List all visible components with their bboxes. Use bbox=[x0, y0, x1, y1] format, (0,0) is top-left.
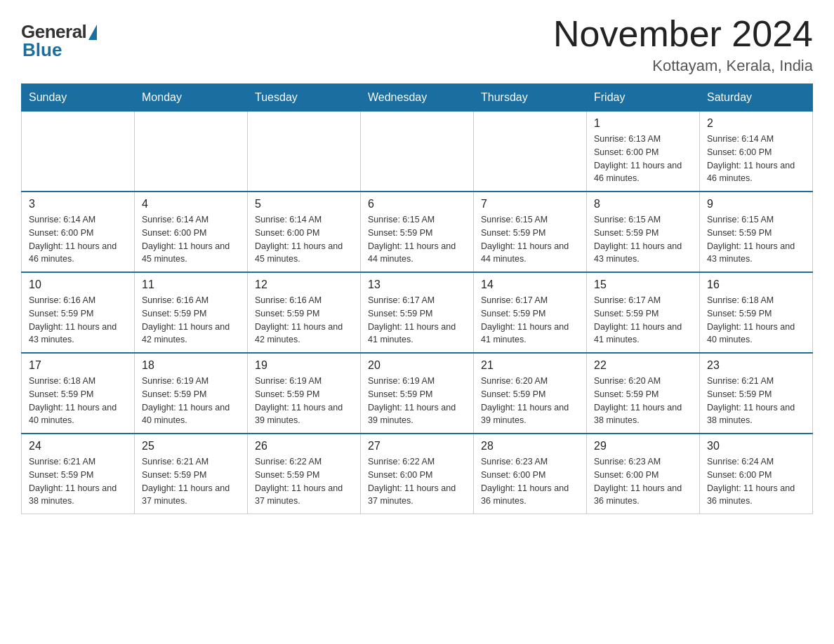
calendar-subtitle: Kottayam, Kerala, India bbox=[553, 57, 813, 75]
day-info: Sunrise: 6:17 AMSunset: 5:59 PMDaylight:… bbox=[481, 294, 579, 347]
day-info: Sunrise: 6:16 AMSunset: 5:59 PMDaylight:… bbox=[29, 294, 127, 347]
day-number: 4 bbox=[142, 198, 240, 210]
day-number: 2 bbox=[707, 117, 805, 130]
calendar-cell bbox=[22, 112, 135, 192]
day-number: 18 bbox=[142, 359, 240, 372]
day-info: Sunrise: 6:18 AMSunset: 5:59 PMDaylight:… bbox=[29, 375, 127, 427]
calendar-cell: 23Sunrise: 6:21 AMSunset: 5:59 PMDayligh… bbox=[700, 353, 813, 434]
calendar-cell: 16Sunrise: 6:18 AMSunset: 5:59 PMDayligh… bbox=[700, 272, 813, 353]
calendar-cell: 11Sunrise: 6:16 AMSunset: 5:59 PMDayligh… bbox=[135, 272, 248, 353]
day-number: 12 bbox=[255, 279, 353, 291]
logo-triangle-icon bbox=[88, 25, 97, 40]
calendar-cell: 1Sunrise: 6:13 AMSunset: 6:00 PMDaylight… bbox=[587, 112, 700, 192]
calendar-cell: 25Sunrise: 6:21 AMSunset: 5:59 PMDayligh… bbox=[135, 434, 248, 514]
calendar-cell: 2Sunrise: 6:14 AMSunset: 6:00 PMDaylight… bbox=[700, 112, 813, 192]
header-wednesday: Wednesday bbox=[361, 84, 474, 112]
day-info: Sunrise: 6:15 AMSunset: 5:59 PMDaylight:… bbox=[707, 213, 805, 266]
calendar-cell: 7Sunrise: 6:15 AMSunset: 5:59 PMDaylight… bbox=[474, 192, 587, 272]
day-number: 28 bbox=[481, 440, 579, 452]
day-number: 11 bbox=[142, 279, 240, 291]
calendar-cell bbox=[474, 112, 587, 192]
calendar-cell: 12Sunrise: 6:16 AMSunset: 5:59 PMDayligh… bbox=[248, 272, 361, 353]
header-thursday: Thursday bbox=[474, 84, 587, 112]
calendar-cell: 29Sunrise: 6:23 AMSunset: 6:00 PMDayligh… bbox=[587, 434, 700, 514]
week-row-4: 17Sunrise: 6:18 AMSunset: 5:59 PMDayligh… bbox=[22, 353, 813, 434]
day-number: 16 bbox=[707, 279, 805, 291]
logo: General Blue bbox=[21, 21, 97, 61]
calendar-cell: 19Sunrise: 6:19 AMSunset: 5:59 PMDayligh… bbox=[248, 353, 361, 434]
calendar-cell: 9Sunrise: 6:15 AMSunset: 5:59 PMDaylight… bbox=[700, 192, 813, 272]
week-row-3: 10Sunrise: 6:16 AMSunset: 5:59 PMDayligh… bbox=[22, 272, 813, 353]
calendar-cell: 18Sunrise: 6:19 AMSunset: 5:59 PMDayligh… bbox=[135, 353, 248, 434]
day-info: Sunrise: 6:20 AMSunset: 5:59 PMDaylight:… bbox=[481, 375, 579, 427]
calendar-cell: 15Sunrise: 6:17 AMSunset: 5:59 PMDayligh… bbox=[587, 272, 700, 353]
day-info: Sunrise: 6:24 AMSunset: 6:00 PMDaylight:… bbox=[707, 455, 805, 508]
weekday-header-row: Sunday Monday Tuesday Wednesday Thursday… bbox=[22, 84, 813, 112]
calendar-cell: 14Sunrise: 6:17 AMSunset: 5:59 PMDayligh… bbox=[474, 272, 587, 353]
day-number: 3 bbox=[29, 198, 127, 210]
calendar-cell: 22Sunrise: 6:20 AMSunset: 5:59 PMDayligh… bbox=[587, 353, 700, 434]
day-info: Sunrise: 6:18 AMSunset: 5:59 PMDaylight:… bbox=[707, 294, 805, 347]
title-area: November 2024 Kottayam, Kerala, India bbox=[553, 14, 813, 75]
calendar-cell: 21Sunrise: 6:20 AMSunset: 5:59 PMDayligh… bbox=[474, 353, 587, 434]
day-info: Sunrise: 6:15 AMSunset: 5:59 PMDaylight:… bbox=[594, 213, 692, 266]
day-number: 7 bbox=[481, 198, 579, 210]
day-number: 23 bbox=[707, 359, 805, 372]
calendar-cell bbox=[361, 112, 474, 192]
calendar-cell: 30Sunrise: 6:24 AMSunset: 6:00 PMDayligh… bbox=[700, 434, 813, 514]
day-info: Sunrise: 6:17 AMSunset: 5:59 PMDaylight:… bbox=[368, 294, 466, 347]
day-info: Sunrise: 6:14 AMSunset: 6:00 PMDaylight:… bbox=[29, 213, 127, 266]
week-row-5: 24Sunrise: 6:21 AMSunset: 5:59 PMDayligh… bbox=[22, 434, 813, 514]
calendar-cell: 20Sunrise: 6:19 AMSunset: 5:59 PMDayligh… bbox=[361, 353, 474, 434]
day-info: Sunrise: 6:22 AMSunset: 6:00 PMDaylight:… bbox=[368, 455, 466, 508]
day-number: 13 bbox=[368, 279, 466, 291]
week-row-2: 3Sunrise: 6:14 AMSunset: 6:00 PMDaylight… bbox=[22, 192, 813, 272]
day-info: Sunrise: 6:20 AMSunset: 5:59 PMDaylight:… bbox=[594, 375, 692, 427]
day-number: 22 bbox=[594, 359, 692, 372]
calendar-cell bbox=[248, 112, 361, 192]
calendar-cell: 17Sunrise: 6:18 AMSunset: 5:59 PMDayligh… bbox=[22, 353, 135, 434]
day-number: 17 bbox=[29, 359, 127, 372]
calendar-cell: 3Sunrise: 6:14 AMSunset: 6:00 PMDaylight… bbox=[22, 192, 135, 272]
day-info: Sunrise: 6:16 AMSunset: 5:59 PMDaylight:… bbox=[255, 294, 353, 347]
day-number: 10 bbox=[29, 279, 127, 291]
calendar-cell: 28Sunrise: 6:23 AMSunset: 6:00 PMDayligh… bbox=[474, 434, 587, 514]
day-number: 19 bbox=[255, 359, 353, 372]
day-number: 25 bbox=[142, 440, 240, 452]
day-number: 20 bbox=[368, 359, 466, 372]
day-number: 8 bbox=[594, 198, 692, 210]
calendar-cell: 24Sunrise: 6:21 AMSunset: 5:59 PMDayligh… bbox=[22, 434, 135, 514]
day-number: 14 bbox=[481, 279, 579, 291]
day-info: Sunrise: 6:21 AMSunset: 5:59 PMDaylight:… bbox=[142, 455, 240, 508]
calendar-cell: 5Sunrise: 6:14 AMSunset: 6:00 PMDaylight… bbox=[248, 192, 361, 272]
calendar-cell: 26Sunrise: 6:22 AMSunset: 5:59 PMDayligh… bbox=[248, 434, 361, 514]
day-number: 5 bbox=[255, 198, 353, 210]
day-info: Sunrise: 6:14 AMSunset: 6:00 PMDaylight:… bbox=[142, 213, 240, 266]
header-friday: Friday bbox=[587, 84, 700, 112]
day-info: Sunrise: 6:21 AMSunset: 5:59 PMDaylight:… bbox=[707, 375, 805, 427]
calendar-cell: 10Sunrise: 6:16 AMSunset: 5:59 PMDayligh… bbox=[22, 272, 135, 353]
day-number: 6 bbox=[368, 198, 466, 210]
day-info: Sunrise: 6:15 AMSunset: 5:59 PMDaylight:… bbox=[368, 213, 466, 266]
calendar-cell: 13Sunrise: 6:17 AMSunset: 5:59 PMDayligh… bbox=[361, 272, 474, 353]
day-number: 21 bbox=[481, 359, 579, 372]
calendar-cell: 8Sunrise: 6:15 AMSunset: 5:59 PMDaylight… bbox=[587, 192, 700, 272]
calendar-title: November 2024 bbox=[553, 14, 813, 54]
day-number: 30 bbox=[707, 440, 805, 452]
day-info: Sunrise: 6:23 AMSunset: 6:00 PMDaylight:… bbox=[481, 455, 579, 508]
day-info: Sunrise: 6:19 AMSunset: 5:59 PMDaylight:… bbox=[255, 375, 353, 427]
day-info: Sunrise: 6:22 AMSunset: 5:59 PMDaylight:… bbox=[255, 455, 353, 508]
calendar-cell: 27Sunrise: 6:22 AMSunset: 6:00 PMDayligh… bbox=[361, 434, 474, 514]
header-sunday: Sunday bbox=[22, 84, 135, 112]
header-monday: Monday bbox=[135, 84, 248, 112]
day-number: 1 bbox=[594, 117, 692, 130]
day-number: 9 bbox=[707, 198, 805, 210]
calendar-table: Sunday Monday Tuesday Wednesday Thursday… bbox=[21, 83, 813, 514]
day-info: Sunrise: 6:14 AMSunset: 6:00 PMDaylight:… bbox=[255, 213, 353, 266]
day-info: Sunrise: 6:17 AMSunset: 5:59 PMDaylight:… bbox=[594, 294, 692, 347]
day-info: Sunrise: 6:21 AMSunset: 5:59 PMDaylight:… bbox=[29, 455, 127, 508]
day-info: Sunrise: 6:15 AMSunset: 5:59 PMDaylight:… bbox=[481, 213, 579, 266]
header-tuesday: Tuesday bbox=[248, 84, 361, 112]
day-info: Sunrise: 6:23 AMSunset: 6:00 PMDaylight:… bbox=[594, 455, 692, 508]
calendar-cell bbox=[135, 112, 248, 192]
